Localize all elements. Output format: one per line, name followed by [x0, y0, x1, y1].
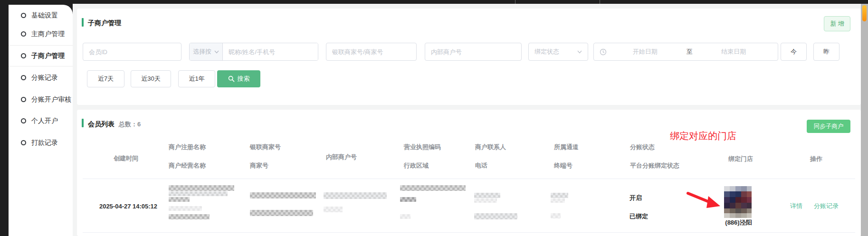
col-header-internal-no: 内部商户号: [326, 154, 357, 160]
search-icon: [228, 76, 235, 82]
detail-link[interactable]: 详情: [790, 203, 802, 209]
circle-ring-icon: [21, 13, 26, 18]
sidebar-panel: 基础设置 主商户管理 子商户管理 分账记录 分账开户审核 个人开户: [9, 5, 73, 236]
yesterday-button[interactable]: 昨: [813, 43, 839, 61]
censored-unionpay-no: [250, 192, 316, 198]
chevron-down-icon: [577, 50, 582, 54]
circle-ring-icon: [21, 118, 26, 123]
col-header-terminal-no: 终端号: [554, 162, 572, 169]
censored-channel: [551, 198, 565, 203]
range-separator: 至: [684, 47, 696, 56]
today-button[interactable]: 今: [781, 43, 807, 61]
total-label: 总数：6: [119, 120, 141, 129]
col-header-platform-bind-status: 平台分账绑定状态: [630, 162, 679, 169]
sidebar-item-label: 打款记录: [31, 139, 58, 147]
censored-business-name: [169, 206, 202, 211]
add-button[interactable]: 新 增: [824, 16, 850, 31]
circle-ring-icon: [21, 140, 26, 145]
chevron-down-icon: [214, 50, 219, 54]
censored-region: [400, 214, 410, 219]
cell-split-status: 开启: [630, 195, 642, 201]
table-divider: [83, 179, 855, 179]
sidebar-item-label: 基础设置: [31, 11, 58, 20]
sidebar: 基础设置 主商户管理 子商户管理 分账记录 分账开户审核 个人开户: [0, 4, 73, 236]
sync-sub-merchant-button[interactable]: 同步子商户: [807, 120, 850, 133]
member-list-header: 会员列表 总数：6: [88, 120, 141, 129]
col-header-unionpay-no: 银联商家号: [250, 144, 281, 150]
censored-terminal-no: [551, 213, 561, 218]
annotation-text: 绑定对应的门店: [670, 130, 736, 142]
split-records-link[interactable]: 分账记录: [814, 203, 839, 209]
unionpay-merchant-input[interactable]: [326, 43, 417, 61]
censored-internal-no: [324, 207, 343, 212]
row-divider: [83, 232, 855, 233]
clock-icon: [600, 48, 607, 56]
col-header-license-no: 营业执照编码: [404, 144, 441, 150]
col-header-split-status: 分账状态: [630, 144, 655, 150]
censored-channel: [551, 193, 568, 198]
browser-top-strip: [0, 0, 868, 4]
section-bar: [82, 18, 84, 27]
keyword-filter-group: 选择按: [189, 43, 318, 61]
bind-status-select[interactable]: 绑定状态: [528, 43, 588, 61]
censored-register-name: [169, 197, 190, 202]
sidebar-item-sub-merchant[interactable]: 子商户管理: [9, 45, 73, 66]
circle-ring-icon: [21, 53, 26, 58]
sidebar-item-personal-account[interactable]: 个人开户: [9, 110, 73, 132]
store-photo-thumbnail[interactable]: [724, 186, 752, 218]
start-date-placeholder: 开始日期: [607, 47, 684, 56]
col-header-register-name: 商户注册名称: [169, 144, 206, 150]
cell-platform-bind-status: 已绑定: [630, 213, 648, 220]
censored-license-no: [400, 197, 416, 202]
last-1-year-button[interactable]: 近1年: [178, 70, 215, 87]
page: 基础设置 主商户管理 子商户管理 分账记录 分账开户审核 个人开户: [0, 0, 868, 236]
sidebar-item-label: 个人开户: [31, 117, 58, 125]
col-header-merchant-no: 商家号: [250, 162, 268, 169]
col-header-channel: 所属通道: [554, 144, 579, 150]
select-by-label: 选择按: [193, 47, 211, 56]
page-title: 子商户管理: [88, 19, 121, 28]
col-header-created-at: 创建时间: [92, 155, 160, 161]
end-date-placeholder: 结束日期: [696, 47, 773, 56]
censored-contact: [474, 198, 497, 203]
section-bar: [82, 119, 84, 127]
circle-ring-icon: [21, 75, 26, 80]
store-caption: (886)泾阳: [716, 219, 761, 226]
circle-ring-icon: [21, 97, 26, 102]
censored-register-name: [169, 185, 234, 191]
member-id-input[interactable]: [83, 43, 181, 61]
total-value: 6: [137, 121, 141, 128]
cell-created-at: 2025-04-27 14:05:12: [93, 203, 163, 210]
sidebar-item-payment-records[interactable]: 打款记录: [9, 132, 73, 153]
sidebar-item-label: 主商户管理: [31, 30, 65, 38]
col-header-bound-store: 绑定门店: [728, 156, 753, 162]
scrollbar-track[interactable]: [861, 4, 868, 236]
last-7-days-button[interactable]: 近7天: [87, 70, 124, 87]
member-list-card: 会员列表 总数：6 同步子商户 绑定对应的门店 创建时间 商户注册名称 商户经营…: [77, 110, 861, 236]
censored-business-name: [169, 214, 210, 219]
sidebar-item-split-account-review[interactable]: 分账开户审核: [9, 89, 73, 110]
date-range-picker[interactable]: 开始日期 至 结束日期: [593, 43, 778, 61]
censored-register-name: [169, 191, 228, 196]
col-header-contact: 商户联系人: [475, 144, 506, 150]
circle-ring-icon: [21, 31, 26, 37]
last-30-days-button[interactable]: 近30天: [131, 70, 171, 87]
tab-separator: [600, 0, 600, 4]
member-list-title: 会员列表: [88, 120, 114, 129]
search-button-label: 搜索: [238, 75, 250, 83]
col-header-region: 行政区域: [404, 162, 429, 169]
keyword-input[interactable]: [223, 43, 318, 60]
sidebar-item-split-records[interactable]: 分账记录: [9, 67, 73, 88]
tab-separator: [515, 0, 515, 4]
scrollbar-thumb[interactable]: [862, 5, 867, 21]
sidebar-item-main-merchant[interactable]: 主商户管理: [9, 23, 73, 45]
search-button[interactable]: 搜索: [217, 70, 260, 87]
bind-status-label: 绑定状态: [534, 47, 559, 56]
search-filter-card: 子商户管理 新 增 选择按 绑定状态 开始日期 至 结束日期 今 昨: [77, 9, 861, 105]
internal-merchant-input[interactable]: [425, 43, 522, 61]
red-arrow-icon: [687, 191, 721, 209]
censored-contact: [474, 193, 500, 198]
censored-merchant-no: [250, 210, 313, 216]
censored-phone: [474, 213, 517, 219]
select-by-dropdown[interactable]: 选择按: [190, 43, 223, 60]
